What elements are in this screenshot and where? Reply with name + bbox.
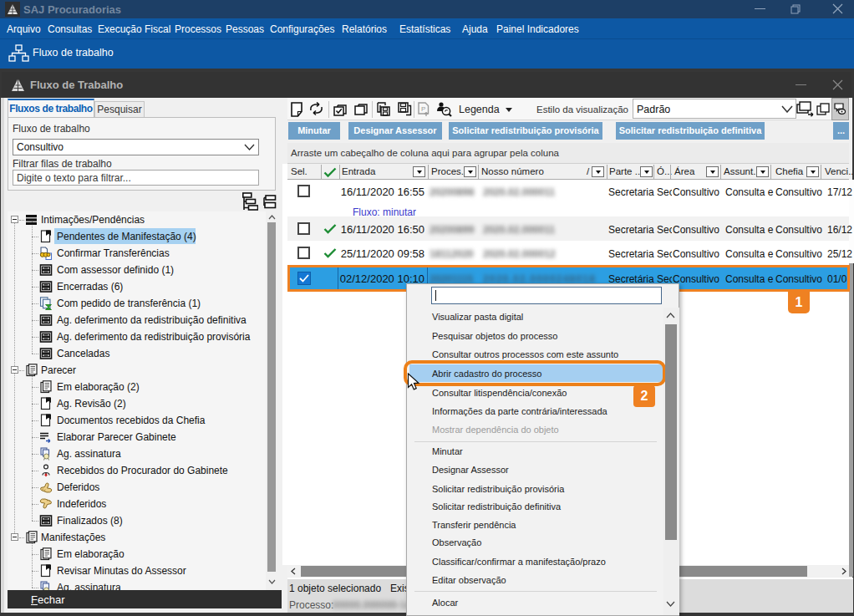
svg-text:P: P [421,105,425,113]
